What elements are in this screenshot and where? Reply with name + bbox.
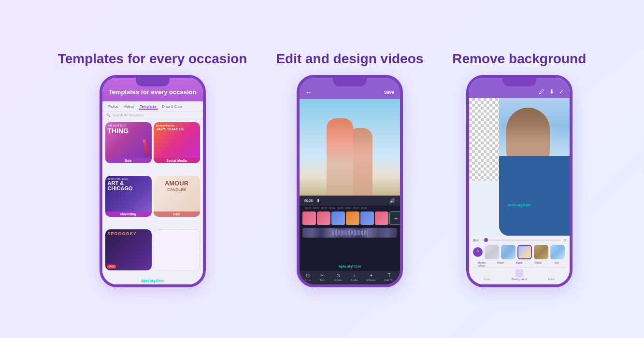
card-social[interactable]: ★ Summer Fashion JAY'S SHADES Social Med… (154, 122, 200, 163)
swatch-marble[interactable] (485, 245, 499, 259)
tool-effects[interactable]: ✦ Effects (367, 273, 375, 282)
card-marketing-label: Marketing (105, 211, 152, 217)
card-sale-text: THE NEXT BEST THING (105, 122, 152, 137)
bg-tab-icon (515, 269, 523, 277)
effects-label: Effects (367, 279, 375, 282)
search-placeholder: Search All Templates (113, 113, 144, 117)
phone3-wrapper: Remove background 🖊 ⬇ ✓ ApkLuky.Com Blur (438, 41, 601, 297)
phone3-frame: 🖊 ⬇ ✓ ApkLuky.Com Blur 0 (466, 75, 572, 287)
trim-label: Trim (320, 279, 326, 282)
wave-bar (355, 230, 356, 235)
audio-icon: ♪ (353, 273, 356, 278)
card-social-label: Social Media (154, 158, 200, 163)
phone3-bottom-tabs: Color Background Ratio (473, 267, 566, 282)
phone2-watermark: ApkLuky.Com (339, 265, 361, 268)
blur-value: 0 (564, 239, 566, 242)
wave-bar (354, 229, 355, 236)
swatch-water[interactable] (501, 245, 515, 259)
label-marble: Marble Mood (474, 261, 489, 267)
card-sale2[interactable]: AMOUR CANDLES Sale (154, 176, 200, 217)
card-spooky[interactable]: SPOOOOKY PRO (105, 229, 152, 270)
checkmark-icon[interactable]: ✓ (559, 88, 564, 95)
phone3-notch (502, 78, 536, 86)
phone1-tabs: Photos Videos Templates Draw & Color (102, 101, 203, 112)
phone2-controls: 00:26 ⏸ 🔊 (300, 196, 400, 206)
timeline-markers-row: 00:01 00:02 00:03 00:04 00:05 00:06 00:0… (300, 206, 400, 210)
wave-bar (362, 229, 363, 236)
card-sale2-label: Sale (154, 211, 200, 217)
thumb-4 (346, 211, 359, 225)
tab-templates[interactable]: Templates (139, 104, 158, 110)
video-figures (300, 99, 400, 196)
wave-bar (358, 230, 359, 235)
phone2-bottombar: ⊡ Crop ✂ Trim ⊙ Adjust ♪ Audio ✦ Effec (300, 271, 400, 284)
wave-bar (338, 230, 339, 235)
save-button[interactable]: Save (384, 90, 394, 95)
wave-bar (346, 229, 347, 236)
ratio-tab-label: Ratio (548, 278, 555, 281)
wave-bar (336, 229, 337, 236)
add-title-label: Add Ti... (384, 279, 395, 282)
thumb-1 (302, 211, 316, 225)
tab-ratio[interactable]: Ratio (547, 269, 555, 281)
tab-photos[interactable]: Photos (106, 104, 120, 110)
tab-background[interactable]: Background (512, 269, 527, 281)
spooky-badge: PRO (107, 265, 116, 268)
tab-draw[interactable]: Draw & Color (161, 104, 184, 110)
card-sale[interactable]: ✦ THE NEXT BEST THING Sale (105, 122, 152, 163)
phone1-watermark: ApkLuky.Com (141, 279, 164, 282)
swatch-wood[interactable] (534, 245, 548, 259)
card-marketing[interactable]: JESICA WILLIAMS ART &CHICAGO Marketing (105, 176, 152, 217)
swatch-sky[interactable] (550, 245, 565, 259)
figure-left (327, 118, 353, 196)
tab-videos[interactable]: Videos (122, 104, 135, 110)
swatch-row: ^ (473, 245, 566, 259)
paint-icon[interactable]: 🖊 (539, 88, 544, 95)
bg-tab-label: Background (512, 278, 527, 281)
tool-crop[interactable]: ⊡ Crop (305, 273, 311, 282)
card-sale-label: Sale (105, 158, 152, 163)
card-art-text: JESICA WILLIAMS ART &CHICAGO (105, 176, 152, 193)
phone1-grid: ✦ THE NEXT BEST THING Sale ★ Summer Fash… (102, 119, 203, 284)
phone2-timeline[interactable]: + (300, 210, 400, 227)
wave-bar (332, 230, 333, 235)
phone1-search[interactable]: 🔍 Search All Templates (102, 112, 203, 119)
phone1-screen: Templates for every occasion Photos Vide… (102, 78, 203, 284)
pause-button[interactable]: ⏸ (315, 198, 320, 203)
phone3-watermark: ApkLuky.Com (508, 203, 531, 207)
expand-button[interactable]: ^ (473, 247, 483, 257)
thumb-2 (317, 211, 330, 225)
tool-trim[interactable]: ✂ Trim (320, 273, 326, 282)
wave-bar (345, 230, 346, 235)
tool-add-title[interactable]: T Add Ti... (384, 273, 395, 282)
phone2-video-preview (300, 99, 400, 196)
phone3-screen: 🖊 ⬇ ✓ ApkLuky.Com Blur 0 (469, 78, 570, 284)
star-icon: ✦ (107, 124, 111, 129)
volume-button[interactable]: 🔊 (389, 198, 395, 203)
phone1-notch (136, 78, 170, 86)
phone2-audio-track (300, 227, 400, 239)
tool-adjust[interactable]: ⊙ Adjust (334, 273, 342, 282)
lipstick-icon (143, 141, 150, 156)
wave-bar (348, 231, 349, 235)
audio-waveform (302, 228, 397, 238)
card-amour-text: AMOUR CANDLES (154, 176, 200, 193)
text-icon: T (388, 273, 391, 278)
wave-bar (357, 230, 358, 236)
crop-label: Crop (305, 279, 311, 282)
adjust-label: Adjust (334, 279, 342, 282)
wave-bar (352, 230, 353, 235)
back-button[interactable]: ← (305, 88, 312, 96)
blur-slider[interactable] (482, 239, 561, 241)
person-preview (499, 98, 570, 236)
tool-audio[interactable]: ♪ Audio (351, 273, 358, 282)
person-sweater (499, 156, 570, 236)
blur-row: Blur 0 (473, 239, 566, 242)
add-clip-button[interactable]: + (389, 211, 400, 225)
swatch-holo[interactable] (517, 245, 532, 259)
blur-handle (484, 238, 488, 242)
label-wood: Wood (530, 261, 546, 267)
download-icon[interactable]: ⬇ (549, 88, 554, 95)
card-blank[interactable] (154, 229, 200, 270)
tab-color[interactable]: Color (483, 269, 491, 281)
